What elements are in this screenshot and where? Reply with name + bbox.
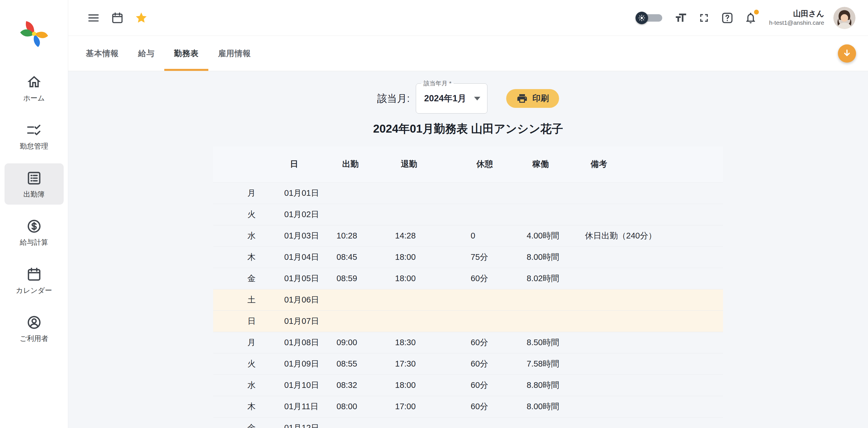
month-filter-row: 該当月: 該当年月 * 2024年1月 印刷 [68,83,868,114]
cell-day: 火 [213,204,281,225]
table-row: 金01月12日 [213,417,723,428]
cell-clock-in: 08:32 [334,374,392,396]
avatar[interactable] [833,7,856,29]
sidebar-item-payroll[interactable]: 給与計算 [4,211,64,253]
hamburger-menu-icon[interactable] [86,11,101,25]
cell-clock-out [392,204,468,225]
sidebar-item-label: ご利用者 [20,334,48,343]
sidebar-item-attendance-management[interactable]: 勤怠管理 [4,115,64,156]
cell-clock-out: 18:00 [392,268,468,289]
timesheet-title: 2024年01月勤務表 山田アンシン花子 [68,122,868,136]
timesheet-body: 月01月01日火01月02日水01月03日10:2814:2804.00時間休日… [213,182,723,428]
cell-break-time: 60分 [468,353,524,374]
cell-clock-in: 08:45 [334,247,392,268]
cell-note [582,182,723,204]
cell-worked [524,182,582,204]
cell-day: 月 [213,332,281,353]
table-row: 月01月08日09:0018:3060分8.50時間 [213,332,723,353]
sidebar-item-users[interactable]: ご利用者 [4,308,64,349]
fullscreen-icon[interactable] [697,11,711,25]
cell-note [582,417,723,428]
sidebar-item-home[interactable]: ホーム [4,67,64,108]
column-header-clock-in: 出勤 [334,146,392,182]
cell-break-time: 60分 [468,374,524,396]
sidebar-nav: ホーム 勤怠管理 出勤簿 [0,67,68,349]
cell-clock-out: 17:30 [392,353,468,374]
notification-dot [754,10,759,15]
column-header-day [213,146,281,182]
cell-clock-out [392,311,468,332]
cell-day: 金 [213,268,281,289]
tab-timesheet[interactable]: 勤務表 [164,36,208,71]
timesheet-table-wrap: 日 出勤 退勤 休憩 稼働 備考 月01月01日火01月02日水01月03日10… [213,146,723,428]
dark-mode-toggle[interactable] [636,10,664,25]
sidebar-item-label: 出勤簿 [23,190,44,199]
help-icon[interactable] [720,11,735,25]
user-circle-icon [26,314,42,331]
download-button[interactable] [838,45,856,63]
print-button[interactable]: 印刷 [506,89,559,108]
cell-clock-out: 18:30 [392,332,468,353]
cell-clock-in [334,182,392,204]
tab-employment-info[interactable]: 雇用情報 [208,36,260,71]
sidebar-item-label: ホーム [23,93,44,103]
tab-bar: 基本情報 給与 勤務表 雇用情報 [68,36,868,71]
cell-worked: 4.00時間 [524,225,582,247]
cell-clock-out [392,182,468,204]
cell-date: 01月08日 [281,332,334,353]
attendance-book-icon [26,170,42,186]
cell-clock-in [334,417,392,428]
month-filter-label: 該当月: [377,92,410,105]
cell-clock-in [334,204,392,225]
column-header-date: 日 [281,146,334,182]
cell-date: 01月01日 [281,182,334,204]
sidebar: ホーム 勤怠管理 出勤簿 [0,0,68,428]
cell-date: 01月09日 [281,353,334,374]
app-logo [18,17,50,48]
month-select-value: 2024年1月 [424,92,466,105]
table-row: 木01月04日08:4518:0075分8.00時間 [213,247,723,268]
cell-clock-in [334,289,392,311]
cell-clock-in: 08:59 [334,268,392,289]
cell-clock-out [392,289,468,311]
column-header-clock-out: 退勤 [392,146,468,182]
calendar-icon [26,266,42,282]
cell-break-time [468,417,524,428]
calendar-icon[interactable] [110,11,124,25]
cell-day: 土 [213,289,281,311]
cell-day: 水 [213,374,281,396]
cell-note [582,374,723,396]
app-root: ホーム 勤怠管理 出勤簿 [0,0,868,428]
cell-break-time: 75分 [468,247,524,268]
notifications-bell-icon[interactable] [744,11,758,25]
cell-worked: 8.50時間 [524,332,582,353]
column-header-break: 休憩 [468,146,524,182]
table-row: 土01月06日 [213,289,723,311]
table-row: 日01月07日 [213,311,723,332]
cell-day: 火 [213,353,281,374]
topbar-left-icons [86,11,148,25]
table-row: 水01月10日08:3218:0060分8.80時間 [213,374,723,396]
home-icon [26,74,42,90]
cell-worked: 8.00時間 [524,396,582,417]
text-size-icon[interactable] [674,11,688,25]
sidebar-item-attendance-book[interactable]: 出勤簿 [4,163,64,205]
payroll-icon [26,218,42,234]
topbar-right-icons: 山田さん h-test1@anshin.care [636,7,856,29]
cell-date: 01月03日 [281,225,334,247]
star-icon[interactable] [134,11,148,25]
cell-worked [524,289,582,311]
table-row: 水01月03日10:2814:2804.00時間休日出勤（240分） [213,225,723,247]
sidebar-item-label: 給与計算 [20,238,48,247]
tab-basic-info[interactable]: 基本情報 [76,36,128,71]
table-row: 金01月05日08:5918:0060分8.02時間 [213,268,723,289]
sidebar-item-calendar[interactable]: カレンダー [4,260,64,301]
cell-day: 木 [213,396,281,417]
cell-note [582,332,723,353]
month-select[interactable]: 該当年月 * 2024年1月 [416,83,488,114]
cell-date: 01月10日 [281,374,334,396]
cell-note [582,247,723,268]
cell-date: 01月06日 [281,289,334,311]
timesheet-table: 日 出勤 退勤 休憩 稼働 備考 月01月01日火01月02日水01月03日10… [213,146,723,428]
tab-salary[interactable]: 給与 [128,36,164,71]
